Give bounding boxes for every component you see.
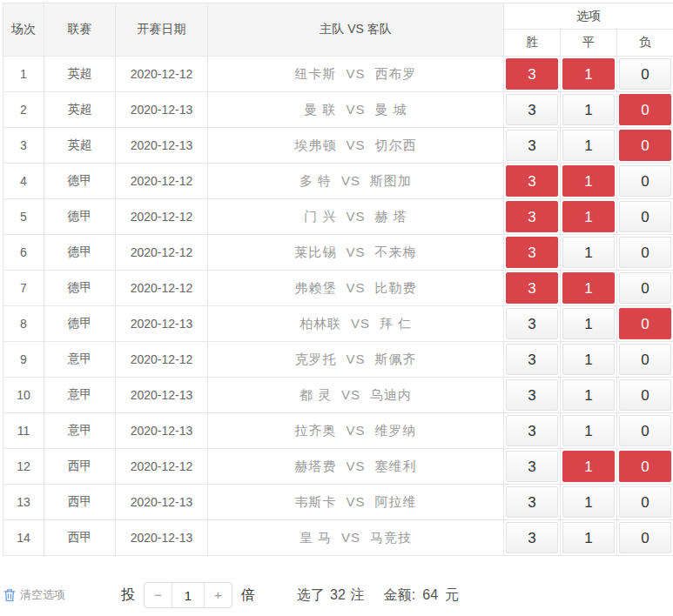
option-lose-button[interactable]: 0 <box>619 272 671 304</box>
option-win-button[interactable]: 3 <box>506 130 558 161</box>
league-cell: 英超 <box>44 92 116 128</box>
option-draw-cell: 1 <box>561 413 617 449</box>
option-win-button[interactable]: 3 <box>506 379 558 411</box>
home-team: 弗赖堡 <box>294 280 336 295</box>
match-date-cell: 2020-12-12 <box>116 449 208 485</box>
match-date-cell: 2020-12-13 <box>116 128 208 164</box>
bet-footer: 清空选项 投 − + 倍 选了 32 注 金额: 64 元 <box>3 582 673 608</box>
option-draw-button[interactable]: 1 <box>562 379 615 411</box>
league-cell: 意甲 <box>44 378 116 413</box>
option-win-cell: 3 <box>504 57 561 92</box>
option-win-button[interactable]: 3 <box>506 308 558 339</box>
option-win-button[interactable]: 3 <box>506 486 558 518</box>
match-row: 4德甲2020-12-12多 特VS斯图加310 <box>3 164 673 199</box>
teams-cell: 赫塔费VS塞维利 <box>208 449 504 485</box>
option-draw-button[interactable]: 1 <box>562 415 615 446</box>
option-lose-button[interactable]: 0 <box>619 58 671 90</box>
option-draw-cell: 1 <box>561 57 617 92</box>
option-lose-button[interactable]: 0 <box>619 201 671 232</box>
option-draw-button[interactable]: 1 <box>562 272 615 304</box>
trash-icon <box>3 588 16 602</box>
option-lose-cell: 0 <box>617 520 673 556</box>
match-number-cell: 13 <box>3 485 44 520</box>
option-win-button[interactable]: 3 <box>506 451 558 482</box>
multiplier-minus-button[interactable]: − <box>145 583 172 607</box>
league-cell: 意甲 <box>44 342 116 378</box>
teams-cell: 莱比锡VS不来梅 <box>208 235 504 271</box>
option-draw-button[interactable]: 1 <box>562 308 615 339</box>
option-draw-button[interactable]: 1 <box>562 344 615 375</box>
option-win-button[interactable]: 3 <box>506 522 558 553</box>
away-team: 不来梅 <box>375 244 417 259</box>
option-win-button[interactable]: 3 <box>506 344 558 375</box>
match-date-cell: 2020-12-13 <box>116 413 208 449</box>
option-win-cell: 3 <box>504 342 561 378</box>
match-date-cell: 2020-12-12 <box>116 199 208 235</box>
option-win-button[interactable]: 3 <box>506 201 558 232</box>
option-win-button[interactable]: 3 <box>506 58 558 90</box>
option-win-cell: 3 <box>504 413 561 449</box>
option-draw-button[interactable]: 1 <box>562 451 615 482</box>
match-row: 6德甲2020-12-12莱比锡VS不来梅310 <box>3 235 673 271</box>
option-lose-button[interactable]: 0 <box>619 522 671 553</box>
away-team: 曼 城 <box>375 102 407 117</box>
option-lose-cell: 0 <box>617 235 673 271</box>
teams-cell: 都 灵VS乌迪内 <box>208 378 504 413</box>
match-number-cell: 5 <box>3 199 44 235</box>
multiplier-plus-button[interactable]: + <box>205 583 232 607</box>
option-win-cell: 3 <box>504 485 561 520</box>
option-draw-button[interactable]: 1 <box>562 58 615 90</box>
option-draw-button[interactable]: 1 <box>562 201 615 232</box>
option-lose-button[interactable]: 0 <box>619 451 671 482</box>
table-header: 场次 联赛 开赛日期 主队 VS 客队 选项 胜 平 负 <box>3 3 673 57</box>
option-draw-button[interactable]: 1 <box>562 94 615 125</box>
option-draw-button[interactable]: 1 <box>562 522 615 553</box>
option-draw-cell: 1 <box>561 485 617 520</box>
option-lose-button[interactable]: 0 <box>619 344 671 375</box>
option-lose-button[interactable]: 0 <box>619 237 671 268</box>
option-lose-button[interactable]: 0 <box>619 94 671 125</box>
clear-options-button[interactable]: 清空选项 <box>3 587 65 603</box>
match-number-cell: 10 <box>3 378 44 413</box>
option-draw-button[interactable]: 1 <box>562 486 615 518</box>
match-date-cell: 2020-12-13 <box>116 520 208 556</box>
option-lose-button[interactable]: 0 <box>619 308 671 339</box>
option-lose-button[interactable]: 0 <box>619 379 671 411</box>
vs-label: VS <box>346 280 365 295</box>
option-win-button[interactable]: 3 <box>506 237 558 268</box>
vs-label: VS <box>346 102 365 117</box>
vs-label: VS <box>346 209 365 224</box>
teams-cell: 多 特VS斯图加 <box>208 164 504 199</box>
option-lose-cell: 0 <box>617 413 673 449</box>
option-lose-button[interactable]: 0 <box>619 415 671 446</box>
match-date-cell: 2020-12-13 <box>116 485 208 520</box>
option-win-button[interactable]: 3 <box>506 272 558 304</box>
option-win-cell: 3 <box>504 199 561 235</box>
home-team: 拉齐奥 <box>294 423 336 438</box>
match-selection-table: 场次 联赛 开赛日期 主队 VS 客队 选项 胜 平 负 1英超2020-12-… <box>3 3 673 556</box>
option-lose-cell: 0 <box>617 378 673 413</box>
teams-cell: 埃弗顿VS切尔西 <box>208 128 504 164</box>
option-lose-button[interactable]: 0 <box>619 486 671 518</box>
teams-cell: 韦斯卡VS阿拉维 <box>208 485 504 520</box>
header-lose: 负 <box>617 30 673 57</box>
amount-label: 金额: <box>384 586 415 605</box>
match-date-cell: 2020-12-13 <box>116 378 208 413</box>
option-draw-cell: 1 <box>561 128 617 164</box>
option-draw-button[interactable]: 1 <box>562 165 615 197</box>
away-team: 拜 仁 <box>380 316 412 331</box>
option-lose-button[interactable]: 0 <box>619 130 671 161</box>
multiplier-input[interactable] <box>172 583 205 607</box>
teams-cell: 弗赖堡VS比勒费 <box>208 271 504 306</box>
option-win-button[interactable]: 3 <box>506 94 558 125</box>
option-win-button[interactable]: 3 <box>506 415 558 446</box>
bet-summary: 选了 32 注 金额: 64 元 <box>297 586 459 605</box>
option-draw-button[interactable]: 1 <box>562 130 615 161</box>
option-draw-button[interactable]: 1 <box>562 237 615 268</box>
multiplier-group: 投 − + 倍 <box>121 582 255 608</box>
option-lose-cell: 0 <box>617 449 673 485</box>
option-win-button[interactable]: 3 <box>506 165 558 197</box>
option-lose-button[interactable]: 0 <box>619 165 671 197</box>
teams-cell: 曼 联VS曼 城 <box>208 92 504 128</box>
amount-unit-label: 元 <box>445 586 459 605</box>
